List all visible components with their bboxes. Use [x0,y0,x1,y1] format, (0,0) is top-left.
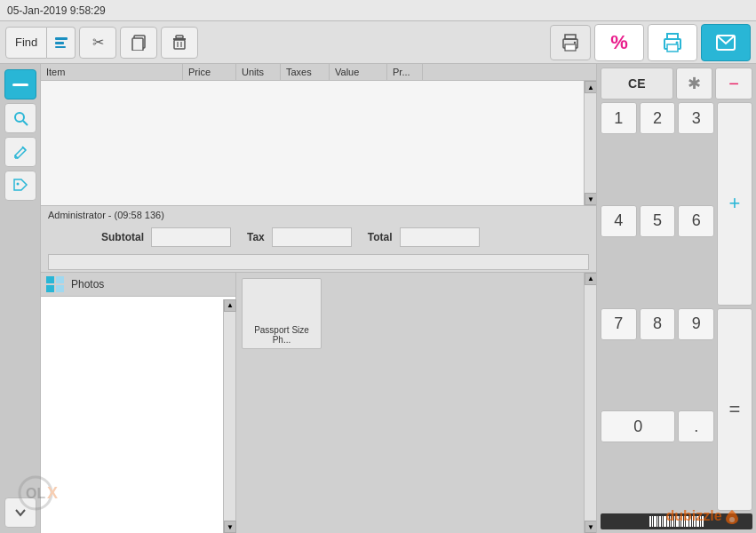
find-icon-button[interactable] [47,27,76,59]
photos-label: Photos [71,278,104,290]
main-layout: Item Price Units Taxes Value Pr... ▲ ▼ A… [0,64,756,533]
scroll-down-arrow[interactable]: ▼ [585,193,596,205]
photos-scrollbar[interactable]: ▲ ▼ [223,299,235,534]
svg-point-20 [15,113,24,122]
search-item-button[interactable] [4,103,36,133]
svg-rect-15 [667,34,678,39]
photos-scroll-track [224,312,235,521]
svg-rect-2 [55,46,66,48]
col-taxes-header: Taxes [281,64,330,80]
center-content: Item Price Units Taxes Value Pr... ▲ ▼ A… [41,64,596,533]
table-body: ▲ ▼ [41,81,596,205]
left-sidebar [0,64,41,533]
svg-point-17 [676,41,679,44]
table-scrollbar[interactable]: ▲ ▼ [584,81,596,205]
equals-button[interactable]: = [717,308,752,512]
svg-point-13 [574,41,576,43]
subtotal-row: Subtotal Tax Total [41,224,596,251]
svg-rect-29 [56,285,64,292]
delete-button[interactable] [161,27,198,59]
svg-rect-28 [46,285,54,292]
right-numpad: CE ✱ − 1 2 3 4 5 6 7 8 9 0 . + = [596,64,756,533]
product-grid-scrollbar[interactable]: ▲ ▼ [584,273,596,534]
total-label: Total [368,231,393,243]
svg-rect-0 [55,37,68,40]
find-group: Find [5,27,76,59]
svg-rect-12 [565,44,576,51]
photos-scroll-down[interactable]: ▼ [224,521,236,533]
numpad-minus-button[interactable]: − [715,68,752,99]
num-0[interactable]: 0 [601,410,675,442]
photos-header: Photos [41,273,235,297]
grid-scroll-down[interactable]: ▼ [585,521,596,533]
star-button[interactable]: ✱ [676,68,713,99]
barcode-area [41,251,596,272]
photos-panel: Photos ▲ ▼ [41,273,236,534]
find-button[interactable]: Find [5,27,47,59]
plus-button[interactable]: + [717,102,752,306]
num-8[interactable]: 8 [640,308,676,340]
bottom-area: Photos ▲ ▼ Passport Size Ph... ▲ ▼ [41,272,596,534]
ce-button[interactable]: CE [601,68,673,99]
svg-rect-27 [56,276,64,283]
num-dot[interactable]: . [678,410,714,442]
num-3[interactable]: 3 [678,102,714,134]
subtotal-field[interactable] [151,227,231,247]
toolbar: Find ✂ [0,21,756,64]
olx-watermark: OL X [18,475,62,515]
copy-button[interactable] [120,27,157,59]
svg-point-33 [729,517,735,522]
svg-text:X: X [47,484,58,502]
subtotal-label: Subtotal [101,231,144,243]
list-view-icon [46,276,66,292]
svg-rect-1 [55,42,64,44]
numpad-top-row: CE ✱ − [601,68,752,99]
svg-point-25 [16,183,19,186]
svg-rect-19 [12,84,28,86]
grid-scroll-track [585,285,596,521]
remove-item-button[interactable] [4,69,36,99]
svg-rect-4 [132,38,143,51]
col-item-header: Item [41,64,183,80]
percent-button[interactable]: % [594,24,644,61]
printer2-button[interactable] [550,25,591,60]
email-button[interactable] [701,24,751,61]
numpad-section: 1 2 3 4 5 6 7 8 9 0 . + = [601,102,752,511]
numpad-main: 1 2 3 4 5 6 7 8 9 0 . [601,102,714,511]
num-9[interactable]: 9 [678,308,714,340]
num-6[interactable]: 6 [678,205,714,237]
scroll-up-arrow[interactable]: ▲ [585,81,596,93]
cut-button[interactable]: ✂ [79,27,116,59]
toolbar-left: Find ✂ [5,27,275,59]
svg-text:OL: OL [26,486,45,501]
num-2[interactable]: 2 [640,102,676,134]
product-tile-passport[interactable]: Passport Size Ph... [242,278,322,349]
col-units-header: Units [236,64,281,80]
svg-rect-16 [667,44,678,52]
num-4[interactable]: 4 [601,205,637,237]
edit-item-button[interactable] [4,137,36,167]
table-header: Item Price Units Taxes Value Pr... [41,64,596,81]
grid-scroll-up[interactable]: ▲ [585,273,596,285]
barcode-input[interactable] [48,254,589,270]
scroll-track [585,93,596,193]
print-button[interactable] [648,24,697,61]
datetime-label: 05-Jan-2019 9:58:29 [7,4,106,17]
tax-field[interactable] [272,227,352,247]
product-tile-label: Passport Size Ph... [246,325,317,345]
num-1[interactable]: 1 [601,102,637,134]
num-7[interactable]: 7 [601,308,637,340]
svg-rect-11 [565,35,576,39]
status-bar: Administrator - (09:58 136) [41,205,596,224]
user-status: Administrator - (09:58 136) [48,210,164,220]
svg-rect-26 [46,276,54,283]
total-field[interactable] [400,227,480,247]
num-5[interactable]: 5 [640,205,676,237]
numpad-side: + = [717,102,752,511]
svg-line-21 [23,121,28,125]
dubizzle-watermark: dubizzle [665,508,738,524]
product-grid: Passport Size Ph... ▲ ▼ [236,273,596,534]
title-bar: 05-Jan-2019 9:58:29 [0,0,756,21]
photos-scroll-up[interactable]: ▲ [224,299,236,312]
tag-button[interactable] [4,171,36,201]
